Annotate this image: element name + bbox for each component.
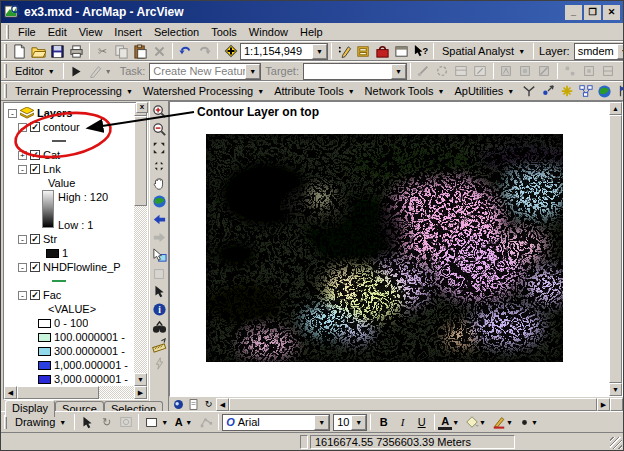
spatial-analyst-menu[interactable]: Spatial Analyst ▼ [437,44,530,58]
redo-button[interactable] [195,42,214,60]
toolbar-grip[interactable] [4,64,7,78]
text-tool-dropdown[interactable]: ▼ [185,419,192,426]
identify-tool[interactable]: i [150,301,168,318]
editor-toolbar-toggle-button[interactable] [335,42,354,60]
legend-swatch[interactable] [46,249,59,258]
cut-button[interactable]: ✂ [93,42,112,60]
scroll-left-icon[interactable]: ◀ [216,398,229,411]
zoom-to-selected-button[interactable] [116,413,135,431]
scrollbar-thumb[interactable] [609,115,622,383]
menu-grip[interactable] [6,25,9,39]
map-horizontal-scrollbar[interactable]: ◀ ▶ [216,398,623,411]
shape-tool-button[interactable] [142,413,161,431]
scrollbar-thumb[interactable] [134,116,147,206]
whats-this-button[interactable]: ? [411,42,430,60]
layer-item-fac[interactable]: - ✓ Fac [8,288,134,302]
find-tool[interactable] [150,319,168,336]
close-button[interactable]: ✕ [603,5,620,20]
editor-extra-button-6[interactable] [599,62,618,80]
toolbar-grip[interactable] [4,84,7,98]
scroll-down-icon[interactable]: ▼ [609,383,622,396]
color-ramp[interactable] [42,190,54,228]
split-tool-button[interactable] [414,62,433,80]
shape-tool-dropdown[interactable]: ▼ [161,419,168,426]
editor-extra-button-2[interactable] [516,62,535,80]
layout-view-button[interactable] [186,398,201,411]
zoom-in-tool[interactable] [150,103,168,120]
line-color-dropdown[interactable]: ▼ [506,419,513,426]
toc-vertical-scrollbar[interactable]: ▲ ▼ [134,103,147,386]
layer-name[interactable]: contour [43,121,80,133]
scrollbar-thumb[interactable] [229,398,597,411]
collapse-icon[interactable]: - [18,165,27,174]
legend-swatch[interactable] [38,319,51,328]
layer-item-cat[interactable]: + ✓ Cat [8,148,134,162]
scroll-up-icon[interactable]: ▲ [609,102,622,115]
layer-item-str[interactable]: - ✓ Str [8,232,134,246]
flow-path-tracing-tool[interactable] [519,82,538,100]
expand-icon[interactable]: + [18,151,27,160]
scrollbar-thumb[interactable] [17,386,99,399]
toc-horizontal-scrollbar[interactable]: ◀ ▶ [4,386,147,399]
underline-button[interactable]: U [412,414,431,431]
global-delineation-tool[interactable] [595,82,614,100]
font-color-button[interactable]: A [438,415,452,430]
hyperlink-tool[interactable] [150,355,168,372]
attribute-tools-menu[interactable]: Attribute Tools▼ [269,84,359,98]
layer-item-nhdflowline[interactable]: - ✓ NHDFlowline_P [8,260,134,274]
collapse-icon[interactable]: - [8,109,17,118]
paste-button[interactable] [131,42,150,60]
map-vertical-scrollbar[interactable]: ▲ ▼ [609,102,622,396]
data-view-button[interactable] [171,398,186,411]
legend-swatch[interactable] [38,375,51,384]
select-features-tool[interactable] [150,247,168,264]
select-elements-tool[interactable] [150,283,168,300]
add-data-button[interactable] [221,42,240,60]
flag-tool[interactable] [614,82,623,100]
layer-name[interactable]: Str [43,233,57,245]
point-delineation-tool[interactable] [538,82,557,100]
editor-extra-button-7[interactable] [618,62,623,80]
assign-related-tool[interactable] [557,82,576,100]
editor-extra-button-4[interactable] [561,62,580,80]
network-tools-menu[interactable]: Network Tools▼ [360,84,450,98]
menu-view[interactable]: View [73,25,109,39]
scroll-right-icon[interactable]: ▶ [134,386,147,399]
clear-selection-tool[interactable] [150,265,168,282]
pan-tool[interactable] [150,175,168,192]
scroll-right-icon[interactable]: ▶ [597,398,610,411]
menu-insert[interactable]: Insert [108,25,148,39]
editor-extra-button-5[interactable] [580,62,599,80]
schema-tool[interactable] [576,82,595,100]
rotate-element-button[interactable]: ↻ [97,413,116,431]
layer-combo[interactable]: smdem ▼ [574,43,623,60]
editor-extra-button-1[interactable] [497,62,516,80]
aputilities-menu[interactable]: ApUtilities▼ [449,84,519,98]
layer-checkbox[interactable]: ✓ [30,122,40,132]
contour-symbol-row[interactable] [8,134,134,148]
nhd-symbol-row[interactable] [8,274,134,288]
marker-color-dropdown[interactable]: ▼ [531,419,538,426]
minimize-button[interactable]: _ [565,5,582,20]
target-combo[interactable]: ▼ [303,63,407,80]
menu-edit[interactable]: Edit [42,25,73,39]
maximize-button[interactable]: ❒ [584,5,601,20]
toc-close-icon[interactable]: x [136,102,148,113]
collapse-icon[interactable]: - [18,291,27,300]
bold-button[interactable]: B [374,414,393,431]
arccatalog-button[interactable] [354,42,373,60]
go-forward-extent-tool[interactable] [150,229,168,246]
resize-grip[interactable] [610,437,622,449]
zoom-out-tool[interactable] [150,121,168,138]
undo-button[interactable] [176,42,195,60]
layer-checkbox[interactable]: ✓ [30,234,40,244]
toolbar-grip[interactable] [4,44,7,58]
map-scale-combo[interactable]: 1:1,154,949 ▼ [240,43,328,60]
edit-tool-button[interactable] [67,62,86,80]
print-button[interactable] [67,42,86,60]
delete-button[interactable] [150,42,169,60]
menu-help[interactable]: Help [294,25,329,39]
font-size-combo[interactable]: 10 ▼ [333,414,367,431]
drawing-menu[interactable]: Drawing ▼ [10,415,71,429]
fixed-zoom-out-tool[interactable] [150,157,168,174]
